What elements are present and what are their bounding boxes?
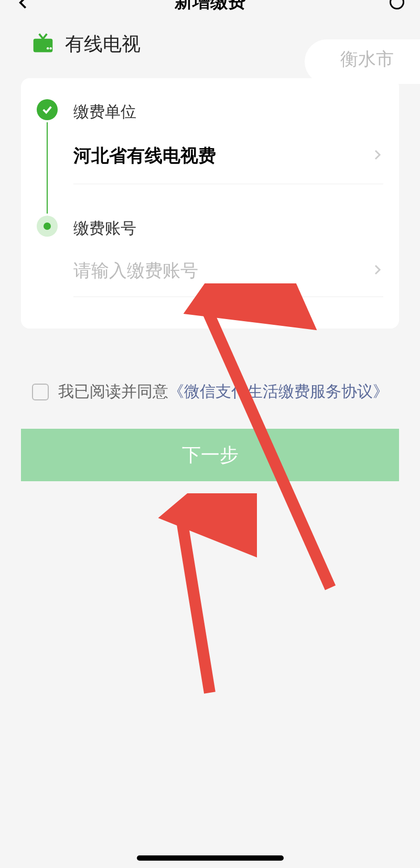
category-label: 有线电视 xyxy=(65,31,141,57)
payment-unit-value: 河北省有线电视费 xyxy=(73,144,216,168)
next-button-label: 下一步 xyxy=(182,442,239,468)
agreement-text: 我已阅读并同意《微信支付生活缴费服务协议》 xyxy=(58,381,389,403)
city-label[interactable]: 衡水市 xyxy=(340,47,394,71)
tv-icon xyxy=(31,32,55,57)
agreement-link[interactable]: 《微信支付生活缴费服务协议》 xyxy=(168,383,389,400)
chevron-right-icon xyxy=(371,263,383,278)
payment-account-row[interactable] xyxy=(73,260,383,297)
payment-account-input[interactable] xyxy=(73,260,371,281)
step-done-icon xyxy=(37,99,58,120)
payment-account-label: 缴费账号 xyxy=(73,216,383,239)
payment-unit-label: 缴费单位 xyxy=(73,99,383,123)
page-title: 新增缴费 xyxy=(175,0,246,14)
next-button[interactable]: 下一步 xyxy=(21,429,399,481)
payment-unit-row[interactable]: 河北省有线电视费 xyxy=(73,144,383,184)
chevron-right-icon xyxy=(371,149,383,163)
step-active-icon xyxy=(37,216,58,237)
payment-card: 缴费单位 河北省有线电视费 缴费账号 xyxy=(21,78,399,329)
svg-rect-0 xyxy=(34,38,53,52)
agreement-prefix: 我已阅读并同意 xyxy=(58,383,168,400)
target-icon[interactable] xyxy=(390,0,404,9)
svg-line-8 xyxy=(181,514,210,693)
svg-line-2 xyxy=(43,34,47,38)
svg-point-4 xyxy=(49,47,51,49)
home-indicator[interactable] xyxy=(137,855,284,861)
agreement-checkbox[interactable] xyxy=(32,384,49,400)
step-connector xyxy=(47,122,48,214)
annotation-arrow-icon xyxy=(152,493,257,703)
svg-point-3 xyxy=(47,47,49,49)
back-icon[interactable] xyxy=(16,0,31,13)
